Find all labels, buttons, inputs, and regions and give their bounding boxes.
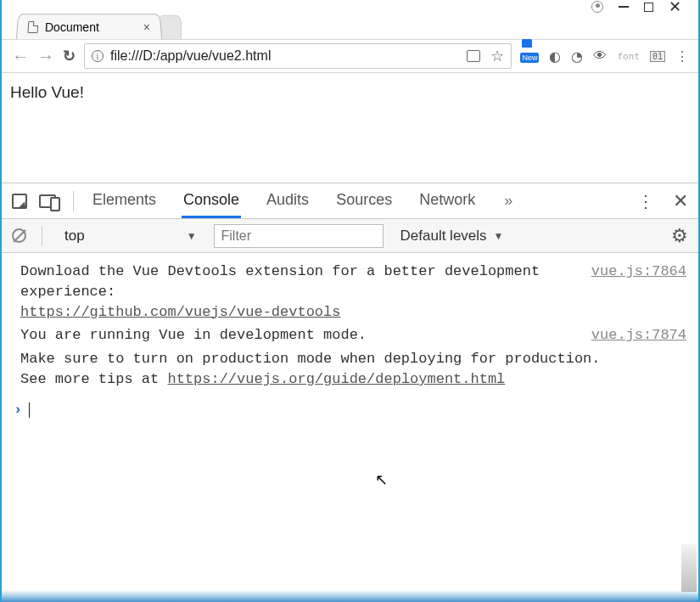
execution-context-dropdown[interactable]: top ▼ <box>58 228 204 245</box>
inspect-element-icon[interactable] <box>12 194 27 209</box>
console-message: You are running Vue in development mode.… <box>14 325 686 346</box>
chevron-down-icon: ▼ <box>494 230 504 242</box>
tab-sources[interactable]: Sources <box>334 184 394 218</box>
message-link[interactable]: https://vuejs.org/guide/deployment.html <box>167 371 505 387</box>
tab-close-icon[interactable]: × <box>143 20 150 34</box>
devtools-tabs: Elements Console Audits Sources Network <box>91 184 477 218</box>
console-filter-input[interactable] <box>214 224 384 248</box>
message-source-link[interactable]: vue.js:7864 <box>578 262 686 282</box>
browser-tab[interactable]: Document × <box>16 14 162 39</box>
extension-sphere-icon[interactable]: ◐ <box>549 48 561 65</box>
extension-clock-icon[interactable]: ◔ <box>571 48 583 65</box>
translate-icon[interactable] <box>467 50 480 62</box>
extension-new-icon[interactable]: New <box>520 48 539 64</box>
console-filter-bar: top ▼ Default levels ▼ ⚙ <box>2 219 698 253</box>
tab-network[interactable]: Network <box>417 184 477 218</box>
devtools-toolbar: Elements Console Audits Sources Network … <box>2 183 698 219</box>
reload-button[interactable]: ↻ <box>63 47 76 65</box>
page-text: Hello Vue! <box>10 83 84 101</box>
url-text: file:///D:/app/vue/vue2.html <box>110 48 460 64</box>
clear-console-icon[interactable] <box>12 228 26 243</box>
text-cursor <box>29 402 30 418</box>
context-label: top <box>64 228 85 245</box>
console-message: Download the Vue Devtools extension for … <box>14 262 686 322</box>
toggle-device-icon[interactable] <box>39 194 56 208</box>
message-text: See more tips at <box>20 371 167 387</box>
prompt-arrow-icon: › <box>14 400 22 420</box>
nav-back-button[interactable]: ← <box>12 47 29 66</box>
extension-eye-icon[interactable]: 👁 <box>593 48 607 64</box>
site-info-icon[interactable]: i <box>92 50 104 62</box>
omnibox[interactable]: i file:///D:/app/vue/vue2.html ☆ <box>84 43 512 69</box>
message-text: Download the Vue Devtools extension for … <box>20 263 540 300</box>
browser-menu-button[interactable]: ⋮ <box>675 48 688 65</box>
console-settings-icon[interactable]: ⚙ <box>671 225 688 247</box>
extension-binary-icon[interactable]: 01 <box>650 51 665 62</box>
address-bar: ← → ↻ i file:///D:/app/vue/vue2.html ☆ N… <box>2 39 698 73</box>
window-close-button[interactable]: ✕ <box>669 0 681 14</box>
devtools-close-button[interactable]: ✕ <box>673 190 688 212</box>
window-minimize-button[interactable] <box>619 6 629 8</box>
message-text: Make sure to turn on production mode whe… <box>20 351 601 367</box>
message-text: You are running Vue in development mode. <box>20 327 367 343</box>
console-prompt[interactable]: › <box>14 400 686 420</box>
tab-title: Document <box>45 20 99 34</box>
mouse-cursor-icon: ↖ <box>375 470 388 489</box>
console-message: Make sure to turn on production mode whe… <box>14 349 686 390</box>
levels-label: Default levels <box>400 228 487 245</box>
extensions-area: New ◐ ◔ 👁 font 01 ⋮ <box>520 48 688 65</box>
new-tab-button[interactable] <box>160 15 182 39</box>
tab-elements[interactable]: Elements <box>91 184 158 218</box>
taskbar-edge <box>2 590 698 602</box>
tab-strip: Document × <box>2 12 698 39</box>
message-source-link[interactable]: vue.js:7874 <box>578 325 686 346</box>
console-output: Download the Vue Devtools extension for … <box>2 253 698 429</box>
devtools-menu-button[interactable]: ⋮ <box>637 191 654 211</box>
window-maximize-button[interactable] <box>644 3 653 12</box>
message-link[interactable]: https://github.com/vuejs/vue-devtools <box>20 304 340 320</box>
chevron-down-icon: ▼ <box>187 230 197 242</box>
bookmark-star-icon[interactable]: ☆ <box>490 47 504 65</box>
window-edge-shadow <box>681 544 697 592</box>
window-titlebar: ✕ <box>2 0 698 12</box>
more-tabs-icon[interactable]: » <box>504 192 511 210</box>
separator <box>42 226 42 246</box>
extension-font-icon[interactable]: font <box>617 51 640 62</box>
document-icon <box>28 21 39 33</box>
separator <box>73 191 74 211</box>
page-viewport: Hello Vue! <box>2 73 698 183</box>
tab-audits[interactable]: Audits <box>265 184 311 218</box>
log-levels-dropdown[interactable]: Default levels ▼ <box>400 228 504 245</box>
user-profile-icon[interactable] <box>591 1 603 13</box>
nav-forward-button[interactable]: → <box>37 47 54 66</box>
tab-console[interactable]: Console <box>182 184 241 218</box>
